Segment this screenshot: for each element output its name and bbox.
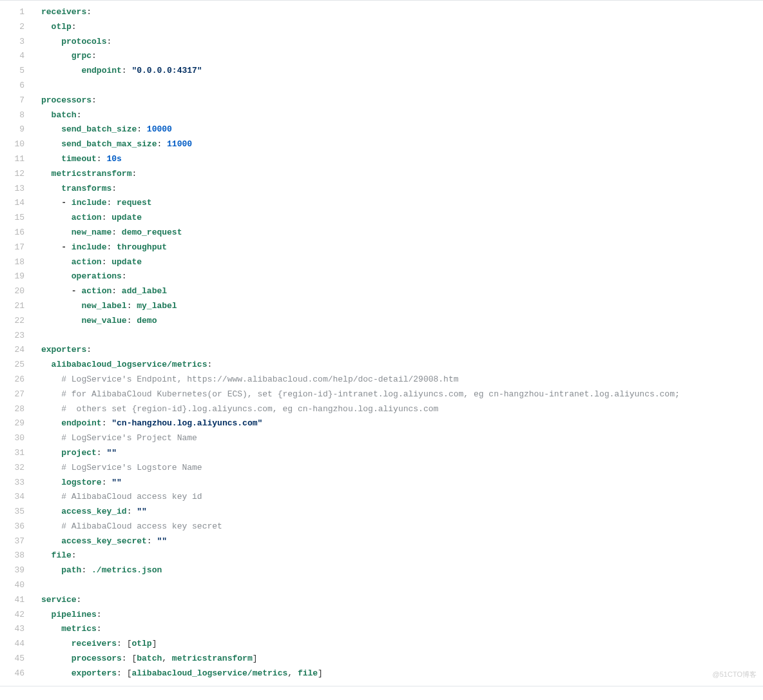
line-number: 27 bbox=[0, 387, 34, 402]
line-number: 10 bbox=[0, 137, 34, 152]
code-line: pipelines: bbox=[41, 608, 763, 623]
line-number: 24 bbox=[0, 343, 34, 358]
line-number: 43 bbox=[0, 622, 34, 637]
code-line: path: ./metrics.json bbox=[41, 563, 763, 578]
line-number: 36 bbox=[0, 520, 34, 534]
code-line: logstore: "" bbox=[41, 476, 763, 491]
line-number: 26 bbox=[0, 373, 34, 387]
line-number: 25 bbox=[0, 358, 34, 373]
line-number: 21 bbox=[0, 299, 34, 314]
code-line: # LogService's Logstore Name bbox=[41, 461, 763, 476]
code-line: endpoint: "cn-hangzhou.log.aliyuncs.com" bbox=[41, 416, 763, 431]
line-number: 32 bbox=[0, 461, 34, 476]
code-line: # AlibabaCloud access key secret bbox=[41, 520, 763, 534]
line-number: 42 bbox=[0, 608, 34, 623]
code-line: access_key_id: "" bbox=[41, 505, 763, 520]
code-line: endpoint: "0.0.0.0:4317" bbox=[41, 64, 763, 79]
code-line bbox=[41, 578, 763, 593]
line-number: 22 bbox=[0, 314, 34, 329]
line-number: 44 bbox=[0, 637, 34, 652]
code-line: otlp: bbox=[41, 20, 763, 35]
code-line: transforms: bbox=[41, 182, 763, 197]
code-line: access_key_secret: "" bbox=[41, 534, 763, 549]
code-line: metricstransform: bbox=[41, 167, 763, 182]
watermark: @51CTO博客 bbox=[713, 667, 757, 682]
line-number: 45 bbox=[0, 652, 34, 666]
code-line bbox=[41, 79, 763, 93]
code-line: batch: bbox=[41, 108, 763, 123]
line-number: 2 bbox=[0, 20, 34, 35]
line-number: 19 bbox=[0, 269, 34, 284]
line-number: 38 bbox=[0, 549, 34, 563]
line-number-gutter: 1234567891011121314151617181920212223242… bbox=[0, 1, 34, 686]
code-line: new_label: my_label bbox=[41, 299, 763, 314]
line-number: 12 bbox=[0, 167, 34, 182]
code-line: alibabacloud_logservice/metrics: bbox=[41, 358, 763, 373]
line-number: 16 bbox=[0, 226, 34, 240]
line-number: 29 bbox=[0, 416, 34, 431]
line-number: 40 bbox=[0, 578, 34, 593]
code-line: - include: request bbox=[41, 196, 763, 211]
line-number: 1 bbox=[0, 5, 34, 20]
code-line: new_name: demo_request bbox=[41, 226, 763, 240]
code-content[interactable]: receivers: otlp: protocols: grpc: endpoi… bbox=[34, 1, 763, 686]
code-line: # for AlibabaCloud Kubernetes(or ECS), s… bbox=[41, 387, 763, 402]
code-line: new_value: demo bbox=[41, 314, 763, 329]
code-line: service: bbox=[41, 593, 763, 608]
code-line bbox=[41, 329, 763, 344]
line-number: 20 bbox=[0, 284, 34, 299]
line-number: 35 bbox=[0, 505, 34, 520]
code-line: protocols: bbox=[41, 35, 763, 50]
code-line: file: bbox=[41, 549, 763, 563]
code-line: exporters: [alibabacloud_logservice/metr… bbox=[41, 666, 763, 681]
line-number: 23 bbox=[0, 329, 34, 344]
code-line: # others set {region-id}.log.aliyuncs.co… bbox=[41, 402, 763, 417]
code-line: operations: bbox=[41, 269, 763, 284]
line-number: 37 bbox=[0, 534, 34, 549]
code-line: processors: [batch, metricstransform] bbox=[41, 652, 763, 666]
line-number: 46 bbox=[0, 666, 34, 681]
line-number: 13 bbox=[0, 182, 34, 197]
line-number: 11 bbox=[0, 152, 34, 167]
line-number: 39 bbox=[0, 563, 34, 578]
code-line: # LogService's Endpoint, https://www.ali… bbox=[41, 373, 763, 387]
line-number: 18 bbox=[0, 255, 34, 270]
line-number: 28 bbox=[0, 402, 34, 417]
code-line: # LogService's Project Name bbox=[41, 431, 763, 446]
line-number: 8 bbox=[0, 108, 34, 123]
line-number: 4 bbox=[0, 49, 34, 64]
line-number: 31 bbox=[0, 446, 34, 461]
line-number: 41 bbox=[0, 593, 34, 608]
line-number: 6 bbox=[0, 79, 34, 93]
line-number: 15 bbox=[0, 211, 34, 226]
code-line: processors: bbox=[41, 93, 763, 108]
code-line: metrics: bbox=[41, 622, 763, 637]
code-block: 1234567891011121314151617181920212223242… bbox=[0, 0, 763, 686]
code-line: send_batch_size: 10000 bbox=[41, 122, 763, 137]
code-line: - include: throughput bbox=[41, 240, 763, 255]
line-number: 34 bbox=[0, 490, 34, 505]
line-number: 9 bbox=[0, 122, 34, 137]
line-number: 7 bbox=[0, 93, 34, 108]
code-line: exporters: bbox=[41, 343, 763, 358]
code-line: - action: add_label bbox=[41, 284, 763, 299]
code-line: receivers: [otlp] bbox=[41, 637, 763, 652]
code-line: grpc: bbox=[41, 49, 763, 64]
line-number: 5 bbox=[0, 64, 34, 79]
code-line: receivers: bbox=[41, 5, 763, 20]
code-line: project: "" bbox=[41, 446, 763, 461]
line-number: 30 bbox=[0, 431, 34, 446]
code-line: send_batch_max_size: 11000 bbox=[41, 137, 763, 152]
line-number: 33 bbox=[0, 476, 34, 491]
line-number: 14 bbox=[0, 196, 34, 211]
code-line: action: update bbox=[41, 255, 763, 270]
code-line: action: update bbox=[41, 211, 763, 226]
code-line: # AlibabaCloud access key id bbox=[41, 490, 763, 505]
line-number: 17 bbox=[0, 240, 34, 255]
code-line: timeout: 10s bbox=[41, 152, 763, 167]
line-number: 3 bbox=[0, 35, 34, 50]
